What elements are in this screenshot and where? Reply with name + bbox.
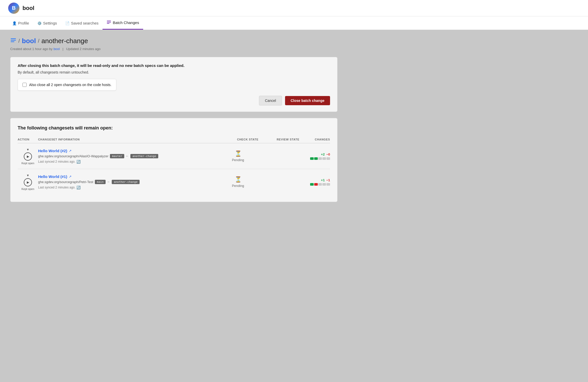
chevron-down-icon: ▼ [26,174,29,177]
close-batch-change-button[interactable]: Close batch change [285,96,330,105]
check-state-1: ⏳ Pending [218,150,258,162]
settings-icon: ⚙️ [37,21,42,25]
close-changesets-label[interactable]: Also close all 2 open changesets on the … [29,83,111,87]
action-label-1: Kept open [21,162,34,165]
arrow-1: ← [126,154,129,158]
arrow-2: ← [107,180,110,184]
changes-numbers-2: +1 −1 [321,178,330,182]
meta-created: Created about 1 hour ago by [10,47,53,51]
table-row: ▼ ▶ Kept open Hello World (#1) ↗ ghe.sgd… [18,169,330,195]
changesets-title: The following changesets will remain ope… [18,125,330,131]
tab-batch-changes[interactable]: Batch Changes [103,16,143,30]
changes-cell-2: +1 −1 [299,178,330,186]
col-action: ACTION [18,138,38,141]
breadcrumb-sep2: / [38,38,39,44]
additions-2: +1 [321,178,325,182]
bar-block [314,157,318,160]
branch-target-2: main [95,180,106,184]
svg-rect-1 [107,22,111,22]
changesets-panel: The following changesets will remain ope… [10,118,337,202]
sync-icon-2: 🔄 [76,186,81,189]
svg-rect-5 [11,41,14,42]
changeset-repo-1: ghe.sgdev.org/sourcegraph/AliasIO-Wappal… [38,154,218,158]
svg-rect-2 [107,23,109,24]
tab-saved-searches[interactable]: 📄 Saved searches [61,17,103,30]
synced-text-2: Last synced 2 minutes ago. 🔄 [38,186,218,189]
check-state-2: ⏳ Pending [218,176,258,188]
meta-updated: Updated 2 minutes ago [66,47,100,51]
breadcrumb-sep1: / [18,38,20,44]
close-changesets-checkbox-row: Also close all 2 open changesets on the … [18,79,116,91]
changeset-title-2: Hello World (#1) ↗ [38,174,218,179]
close-panel-actions: Cancel Close batch change [18,96,330,105]
action-label-2: Kept open [21,187,34,190]
play-icon-2: ▶ [24,178,32,186]
table-row: ▼ ▶ Kept open Hello World (#2) ↗ ghe.sgd… [18,143,330,169]
repo-link-1[interactable]: ghe.sgdev.org/sourcegraph/AliasIO-Wappal… [38,154,108,158]
info-cell-1: Hello World (#2) ↗ ghe.sgdev.org/sourceg… [38,149,218,164]
deletions-1: −0 [326,152,330,156]
play-icon-1: ▶ [24,152,32,161]
synced-text-1: Last synced 2 minutes ago. 🔄 [38,160,218,164]
external-link-icon-2: ↗ [69,175,72,178]
close-panel: After closing this batch change, it will… [10,57,337,112]
bar-block [322,183,326,186]
changeset-repo-2: ghe.sgdev.org/sourcegraph/Petri-Test mai… [38,180,218,184]
tab-batch-changes-label: Batch Changes [113,20,139,25]
external-link-icon-1: ↗ [69,149,72,153]
bar-block [310,157,314,160]
breadcrumb-user[interactable]: bool [22,37,36,45]
svg-rect-0 [107,21,111,21]
changeset-title-1: Hello World (#2) ↗ [38,149,218,153]
info-cell-2: Hello World (#1) ↗ ghe.sgdev.org/sourceg… [38,174,218,189]
changes-cell-1: +2 −0 [299,152,330,160]
hourglass-icon-2: ⏳ [235,176,242,183]
chevron-down-icon: ▼ [26,148,29,151]
changeset-link-1[interactable]: Hello World (#2) [38,149,67,153]
bar-block [326,157,330,160]
hourglass-icon-1: ⏳ [235,150,242,157]
pending-label-2: Pending [232,184,244,188]
meta-created-by-link[interactable]: bool [53,47,60,51]
branch-source-2: another-change [112,180,140,184]
bar-block [310,183,314,186]
synced-label-2: Last synced 2 minutes ago. [38,186,75,189]
close-panel-warning: After closing this batch change, it will… [18,63,330,68]
avatar-letter: B [12,5,16,11]
changes-bar-1 [310,157,330,160]
top-bar: B bool [0,0,588,16]
col-review-state: REVIEW STATE [258,138,299,141]
bar-block [318,157,322,160]
tab-profile[interactable]: 👤 Profile [8,17,33,30]
sync-icon-1: 🔄 [76,160,81,164]
tab-profile-label: Profile [18,21,29,25]
svg-rect-3 [11,38,16,39]
col-info: CHANGESET INFORMATION [38,138,218,141]
profile-icon: 👤 [12,21,17,25]
bar-block [314,183,318,186]
expand-row-2-button[interactable]: ▼ [26,173,29,177]
breadcrumb-page-name: another-change [41,37,88,45]
breadcrumb: / bool / another-change [10,37,337,45]
branch-target-1: master [110,154,124,158]
changeset-link-2[interactable]: Hello World (#1) [38,174,67,179]
main-content: / bool / another-change Created about 1 … [0,30,348,209]
changes-numbers-1: +2 −0 [321,152,330,156]
bar-block [326,183,330,186]
cancel-button[interactable]: Cancel [259,96,282,105]
tab-settings[interactable]: ⚙️ Settings [33,17,61,30]
action-cell-2: ▼ ▶ Kept open [18,173,38,190]
branch-source-1: another-change [130,154,158,158]
top-username: bool [22,5,34,11]
tab-settings-label: Settings [43,21,57,25]
breadcrumb-icon [10,37,16,45]
repo-link-2[interactable]: ghe.sgdev.org/sourcegraph/Petri-Test [38,180,93,184]
expand-row-1-button[interactable]: ▼ [26,147,29,151]
batch-changes-icon [107,20,111,25]
meta-sep: | [63,47,63,51]
synced-label-1: Last synced 2 minutes ago. [38,160,75,163]
tab-saved-searches-label: Saved searches [71,21,99,25]
svg-rect-4 [11,40,16,41]
close-changesets-checkbox[interactable] [22,83,27,87]
close-panel-subtext: By default, all changesets remain untouc… [18,70,330,74]
